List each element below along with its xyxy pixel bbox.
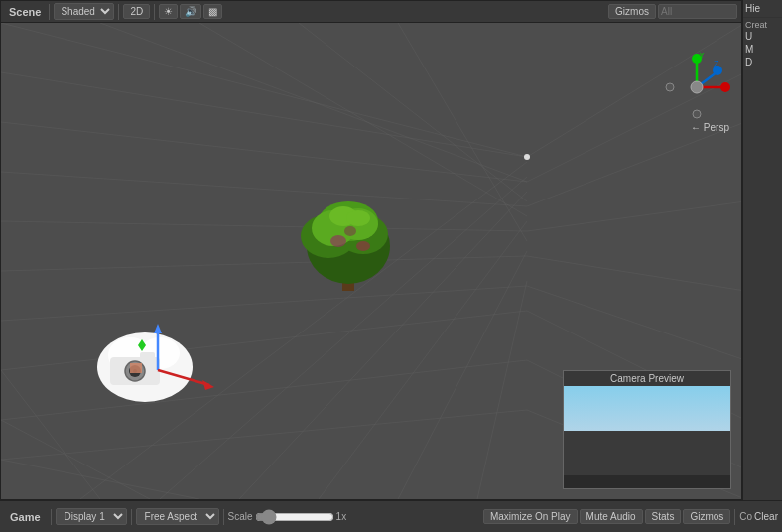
game-sep-1 xyxy=(51,509,52,525)
2d-toggle-button[interactable]: 2D xyxy=(123,4,150,19)
svg-line-2 xyxy=(1,172,527,206)
svg-marker-68 xyxy=(202,380,214,390)
camera-preview-title: Camera Preview xyxy=(564,371,730,386)
svg-rect-64 xyxy=(140,352,155,362)
stats-button[interactable]: Stats xyxy=(645,509,682,524)
svg-line-22 xyxy=(398,23,527,241)
svg-line-18 xyxy=(1,23,527,157)
svg-line-13 xyxy=(527,256,741,291)
ground-part xyxy=(564,431,730,475)
svg-line-3 xyxy=(1,221,527,231)
scene-title: Scene xyxy=(5,6,45,18)
game-panel: Game Display 1 Free Aspect Scale 1x Maxi… xyxy=(0,500,782,532)
clear-button[interactable]: Clear xyxy=(754,511,778,522)
game-sep-3 xyxy=(223,509,224,525)
toolbar-separator-1 xyxy=(49,4,50,20)
svg-point-42 xyxy=(691,81,703,93)
svg-point-54 xyxy=(344,226,356,236)
svg-text:Z: Z xyxy=(714,59,719,68)
svg-point-32 xyxy=(524,154,530,160)
svg-text:Y: Y xyxy=(699,53,705,60)
hierarchy-tab: Hie xyxy=(743,0,782,18)
svg-line-24 xyxy=(1,420,150,499)
sky-gradient xyxy=(564,386,730,431)
console-tab-label: Co xyxy=(739,511,752,522)
mute-audio-button[interactable]: Mute Audio xyxy=(580,509,643,524)
svg-line-7 xyxy=(1,360,527,420)
scale-label: Scale xyxy=(228,511,253,522)
game-sep-2 xyxy=(131,509,132,525)
toolbar-separator-3 xyxy=(154,4,155,20)
scale-slider[interactable] xyxy=(255,509,334,525)
hierarchy-create: Creat xyxy=(745,20,780,30)
toolbar-separator-2 xyxy=(118,4,119,20)
svg-line-6 xyxy=(1,311,527,370)
layers-icon-button[interactable]: ▩ xyxy=(203,4,222,19)
svg-point-56 xyxy=(346,210,370,226)
svg-line-1 xyxy=(1,122,527,182)
scene-viewport[interactable]: Scene Shaded 2D ☀ 🔊 ▩ Gizmos xyxy=(0,0,742,500)
hierarchy-item-u[interactable]: U xyxy=(745,30,780,43)
svg-point-44 xyxy=(693,110,701,118)
svg-point-53 xyxy=(356,241,370,251)
camera-icon xyxy=(90,316,229,405)
speaker-icon-button[interactable]: 🔊 xyxy=(180,4,201,19)
search-input[interactable] xyxy=(658,4,737,19)
game-tab-label: Game xyxy=(4,511,47,523)
svg-marker-66 xyxy=(154,324,162,333)
hierarchy-panel: Hie Creat U M D xyxy=(742,0,782,500)
viewport-canvas: .gl { stroke: #666; stroke-width: 0.5; o… xyxy=(1,23,741,499)
gizmo: Y X Z xyxy=(662,53,731,122)
svg-line-4 xyxy=(1,256,527,271)
svg-point-52 xyxy=(330,235,346,247)
gizmos-button[interactable]: Gizmos xyxy=(608,4,656,19)
svg-rect-70 xyxy=(130,363,142,373)
scale-value: 1x xyxy=(336,511,347,522)
camera-preview-screen xyxy=(564,386,730,475)
hierarchy-content: Creat U M D xyxy=(743,18,782,70)
svg-line-14 xyxy=(527,286,741,360)
plant-object xyxy=(299,187,398,296)
hierarchy-item-d[interactable]: D xyxy=(745,56,780,68)
svg-text:X: X xyxy=(721,82,727,92)
scene-toolbar-right: Gizmos xyxy=(608,4,737,19)
svg-line-23 xyxy=(1,460,199,499)
display-dropdown[interactable]: Display 1 xyxy=(56,508,127,525)
hierarchy-item-m[interactable]: M xyxy=(745,43,780,56)
maximize-on-play-button[interactable]: Maximize On Play xyxy=(483,509,578,524)
camera-preview: Camera Preview xyxy=(563,370,731,489)
svg-line-30 xyxy=(398,251,527,499)
svg-line-25 xyxy=(1,370,100,499)
svg-point-43 xyxy=(666,83,674,91)
scene-toolbar: Scene Shaded 2D ☀ 🔊 ▩ Gizmos xyxy=(1,1,741,23)
main-container: Scene Shaded 2D ☀ 🔊 ▩ Gizmos xyxy=(0,0,782,532)
svg-line-8 xyxy=(1,410,527,460)
svg-line-11 xyxy=(527,122,741,206)
shade-mode-dropdown[interactable]: Shaded xyxy=(54,3,114,20)
sun-icon-button[interactable]: ☀ xyxy=(159,4,178,19)
game-sep-4 xyxy=(734,509,735,525)
svg-line-19 xyxy=(100,23,527,182)
persp-label: ← Persp xyxy=(691,122,729,133)
svg-line-0 xyxy=(1,72,527,157)
svg-line-5 xyxy=(1,286,527,321)
svg-line-21 xyxy=(299,23,527,201)
gizmos-game-button[interactable]: Gizmos xyxy=(683,509,730,524)
svg-line-12 xyxy=(527,201,741,231)
aspect-dropdown[interactable]: Free Aspect xyxy=(136,508,219,525)
scene-panel: Scene Shaded 2D ☀ 🔊 ▩ Gizmos xyxy=(0,0,782,500)
game-toolbar-right: Maximize On Play Mute Audio Stats Gizmos… xyxy=(483,509,778,525)
